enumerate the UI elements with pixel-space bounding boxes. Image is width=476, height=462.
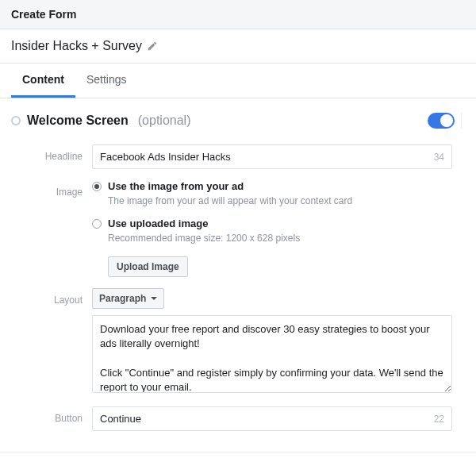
button-label: Button	[29, 406, 92, 424]
section-header: Welcome Screen (optional)	[11, 113, 465, 129]
headline-input[interactable]	[92, 144, 452, 169]
image-from-ad-sub: The image from your ad will appear with …	[108, 195, 452, 206]
headline-row: Headline 34	[29, 144, 452, 169]
image-uploaded-label: Use uploaded image	[108, 218, 208, 229]
button-input[interactable]	[92, 406, 452, 431]
section-title: Welcome Screen	[27, 114, 129, 128]
image-from-ad-label: Use the image from your ad	[108, 180, 244, 192]
headline-char-count: 34	[434, 152, 444, 163]
tab-content[interactable]: Content	[11, 64, 75, 98]
image-uploaded-sub: Recommended image size: 1200 x 628 pixel…	[108, 233, 452, 244]
image-uploaded-option[interactable]: Use uploaded image	[92, 218, 452, 229]
edit-icon[interactable]	[147, 40, 158, 52]
image-label: Image	[29, 180, 92, 198]
radio-icon	[92, 182, 102, 191]
modal-header: Create Form	[0, 0, 476, 29]
section-bullet-icon	[11, 116, 21, 125]
tab-settings[interactable]: Settings	[75, 64, 138, 98]
button-char-count: 22	[434, 414, 444, 425]
modal-title: Create Form	[11, 8, 76, 21]
toggle-knob	[440, 114, 453, 127]
image-row: Image Use the image from your ad The ima…	[29, 180, 452, 277]
radio-icon	[92, 219, 102, 229]
layout-label: Layout	[29, 288, 92, 306]
upload-image-button[interactable]: Upload Image	[108, 256, 188, 277]
layout-textarea[interactable]	[92, 315, 452, 393]
welcome-toggle[interactable]	[428, 113, 455, 129]
form-name: Insider Hacks + Survey	[11, 39, 142, 53]
welcome-screen-section: Welcome Screen (optional) Headline 34 Im…	[0, 98, 476, 452]
layout-dropdown-value: Paragraph	[99, 293, 146, 304]
image-from-ad-option[interactable]: Use the image from your ad	[92, 180, 452, 192]
layout-dropdown[interactable]: Paragraph	[92, 288, 164, 309]
layout-row: Layout Paragraph	[29, 288, 452, 395]
form-name-row: Insider Hacks + Survey	[0, 29, 476, 64]
tabs: Content Settings	[0, 64, 476, 98]
headline-label: Headline	[29, 144, 92, 162]
chevron-down-icon	[151, 297, 157, 300]
button-row: Button 22	[29, 406, 452, 431]
optional-label: (optional)	[138, 114, 191, 128]
